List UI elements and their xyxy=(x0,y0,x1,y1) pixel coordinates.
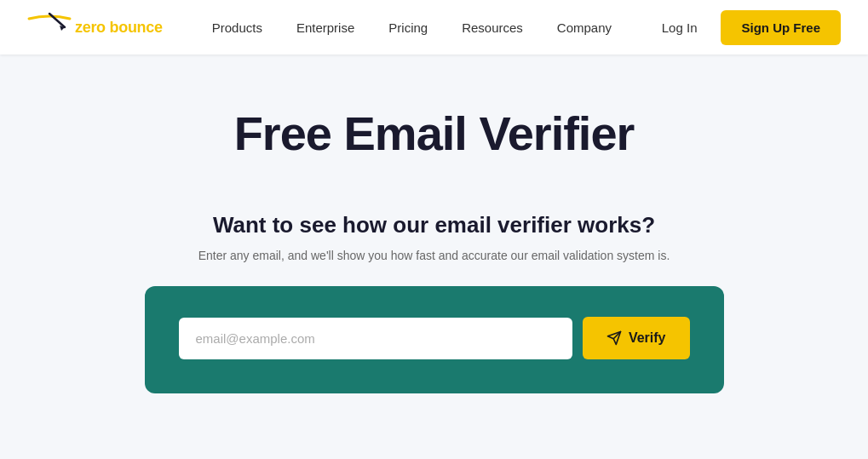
nav-item-resources[interactable]: Resources xyxy=(446,14,538,42)
verifier-box: Verify xyxy=(145,286,724,393)
verify-button[interactable]: Verify xyxy=(583,317,690,359)
logo-text: zero bounce xyxy=(75,19,163,37)
nav-links: Products Enterprise Pricing Resources Co… xyxy=(197,14,652,42)
nav-item-company[interactable]: Company xyxy=(542,14,627,42)
nav-item-pricing[interactable]: Pricing xyxy=(373,14,443,42)
verifier-input-row: Verify xyxy=(179,317,690,359)
nav-actions: Log In Sign Up Free xyxy=(652,10,841,45)
logo-icon xyxy=(27,12,72,43)
hero-title: Free Email Verifier xyxy=(234,106,635,161)
logo[interactable]: zero bounce xyxy=(27,12,163,43)
verify-label: Verify xyxy=(629,330,666,346)
main-content: Free Email Verifier Want to see how our … xyxy=(0,55,868,393)
verifier-subtitle: Enter any email, and we'll show you how … xyxy=(145,249,724,262)
send-icon xyxy=(606,330,622,346)
email-input[interactable] xyxy=(179,318,572,359)
nav-item-enterprise[interactable]: Enterprise xyxy=(281,14,370,42)
navbar: zero bounce Products Enterprise Pricing … xyxy=(0,0,868,55)
verifier-section: Want to see how our email verifier works… xyxy=(145,212,724,393)
nav-item-products[interactable]: Products xyxy=(197,14,278,42)
signup-button[interactable]: Sign Up Free xyxy=(721,10,841,45)
login-link[interactable]: Log In xyxy=(652,14,708,42)
verifier-heading: Want to see how our email verifier works… xyxy=(145,212,724,238)
